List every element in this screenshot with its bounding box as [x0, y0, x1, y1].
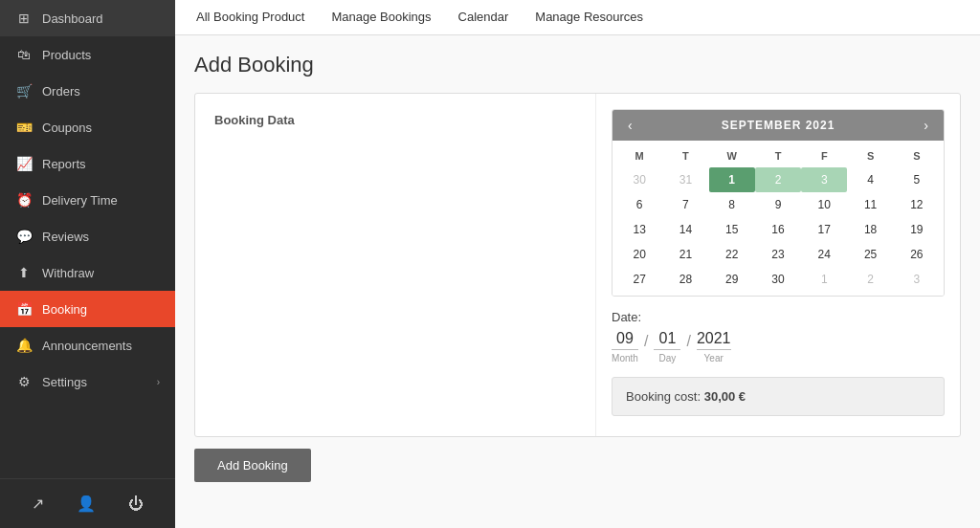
calendar-day[interactable]: 14	[662, 217, 708, 242]
calendar-day[interactable]: 17	[801, 217, 847, 242]
calendar-day[interactable]: 11	[847, 192, 893, 217]
tab-manage-bookings[interactable]: Manage Bookings	[318, 0, 444, 35]
day-header-tue: T	[662, 144, 708, 167]
calendar-day[interactable]: 3	[801, 167, 847, 192]
calendar-day[interactable]: 23	[755, 242, 801, 267]
date-month-label: Month	[612, 353, 638, 363]
chevron-right-icon: ›	[157, 377, 160, 387]
date-month-value: 09	[612, 330, 638, 350]
date-sep-1: /	[642, 333, 650, 350]
calendar-day[interactable]: 5	[894, 167, 940, 192]
calendar-header: ‹ SEPTEMBER 2021 ›	[612, 110, 944, 141]
booking-cost-bar: Booking cost: 30,00 €	[612, 377, 945, 416]
calendar-day[interactable]: 8	[709, 192, 755, 217]
calendar-day[interactable]: 30	[616, 167, 662, 192]
date-section: Date: 09 Month / 01 Day / 2021	[612, 310, 945, 363]
day-header-fri: F	[801, 144, 847, 167]
date-year-label: Year	[704, 353, 724, 363]
calendar-month-year: SEPTEMBER 2021	[722, 119, 835, 132]
sidebar-item-coupons[interactable]: 🎫 Coupons	[0, 109, 175, 145]
sidebar-item-products[interactable]: 🛍 Products	[0, 36, 175, 73]
date-day-part: 01 Day	[654, 330, 680, 363]
power-icon[interactable]: ⏻	[121, 492, 151, 517]
calendar-day[interactable]: 10	[801, 192, 847, 217]
booking-icon: 📅	[15, 301, 33, 317]
date-year-part: 2021 Year	[697, 330, 731, 363]
date-day-value: 01	[654, 330, 680, 350]
day-header-wed: W	[709, 144, 755, 167]
sidebar-item-orders[interactable]: 🛒 Orders	[0, 73, 175, 109]
calendar-day[interactable]: 1	[709, 167, 755, 192]
calendar-day[interactable]: 27	[616, 267, 662, 292]
calendar-day[interactable]: 4	[847, 167, 893, 192]
date-day-label: Day	[659, 353, 677, 363]
calendar-day[interactable]: 30	[755, 267, 801, 292]
calendar-prev-button[interactable]: ‹	[624, 118, 636, 133]
calendar-day[interactable]: 28	[662, 267, 708, 292]
tab-calendar[interactable]: Calendar	[445, 0, 523, 35]
tab-all-booking-product[interactable]: All Booking Product	[183, 0, 318, 35]
date-month-part: 09 Month	[612, 330, 638, 363]
calendar-day[interactable]: 15	[709, 217, 755, 242]
booking-cost-value: 30,00 €	[704, 389, 746, 404]
calendar-day[interactable]: 29	[709, 267, 755, 292]
calendar-next-button[interactable]: ›	[920, 118, 932, 133]
top-tabs: All Booking Product Manage Bookings Cale…	[175, 0, 980, 35]
sidebar-item-delivery-time[interactable]: ⏰ Delivery Time	[0, 182, 175, 218]
sidebar-item-label: Products	[42, 48, 160, 62]
main-content: All Booking Product Manage Bookings Cale…	[175, 0, 980, 528]
sidebar: ⊞ Dashboard 🛍 Products 🛒 Orders 🎫 Coupon…	[0, 0, 175, 528]
sidebar-item-label: Dashboard	[42, 11, 160, 26]
date-inputs: 09 Month / 01 Day / 2021 Year	[612, 330, 945, 363]
sidebar-item-withdraw[interactable]: ⬆ Withdraw	[0, 254, 175, 291]
booking-actions: Add Booking	[194, 449, 961, 482]
page-content: Add Booking Booking Data ‹ SEPTEMBER 202…	[175, 35, 980, 528]
calendar-day[interactable]: 22	[709, 242, 755, 267]
calendar-day[interactable]: 21	[662, 242, 708, 267]
date-year-value: 2021	[697, 330, 731, 350]
sidebar-item-dashboard[interactable]: ⊞ Dashboard	[0, 0, 175, 36]
date-sep-2: /	[684, 333, 692, 350]
coupons-icon: 🎫	[15, 120, 33, 135]
sidebar-item-settings[interactable]: ⚙ Settings ›	[0, 363, 175, 400]
page-title: Add Booking	[194, 53, 961, 77]
calendar-row-3: 20212223242526	[616, 242, 940, 267]
calendar-day[interactable]: 24	[801, 242, 847, 267]
sidebar-item-label: Booking	[42, 302, 160, 317]
external-link-icon[interactable]: ↗	[24, 491, 52, 517]
add-booking-button[interactable]: Add Booking	[194, 449, 311, 482]
calendar-day-headers: M T W T F S S	[616, 144, 940, 167]
reviews-icon: 💬	[15, 229, 33, 244]
user-icon[interactable]: 👤	[69, 491, 103, 517]
products-icon: 🛍	[15, 47, 33, 62]
calendar-day[interactable]: 2	[755, 167, 801, 192]
orders-icon: 🛒	[15, 83, 33, 99]
calendar-day[interactable]: 31	[662, 167, 708, 192]
calendar-day[interactable]: 26	[894, 242, 940, 267]
calendar-day[interactable]: 9	[755, 192, 801, 217]
tab-manage-resources[interactable]: Manage Resources	[522, 0, 657, 35]
calendar-day[interactable]: 7	[662, 192, 708, 217]
calendar-day[interactable]: 25	[847, 242, 893, 267]
calendar-day[interactable]: 6	[616, 192, 662, 217]
calendar-grid: M T W T F S S 30311234567891011121314151…	[612, 141, 944, 296]
sidebar-footer: ↗ 👤 ⏻	[0, 478, 175, 528]
calendar-day[interactable]: 1	[801, 267, 847, 292]
sidebar-item-label: Settings	[42, 375, 147, 389]
settings-icon: ⚙	[15, 374, 33, 389]
calendar-day[interactable]: 20	[616, 242, 662, 267]
calendar-day[interactable]: 18	[847, 217, 893, 242]
calendar-day[interactable]: 3	[894, 267, 940, 292]
sidebar-item-announcements[interactable]: 🔔 Announcements	[0, 327, 175, 363]
calendar-day[interactable]: 19	[894, 217, 940, 242]
sidebar-item-reports[interactable]: 📈 Reports	[0, 145, 175, 182]
calendar-day[interactable]: 12	[894, 192, 940, 217]
day-header-sun: S	[894, 144, 940, 167]
calendar-day[interactable]: 2	[847, 267, 893, 292]
sidebar-item-booking[interactable]: 📅 Booking	[0, 291, 175, 327]
sidebar-item-reviews[interactable]: 💬 Reviews	[0, 218, 175, 254]
calendar-day[interactable]: 16	[755, 217, 801, 242]
calendar-day[interactable]: 13	[616, 217, 662, 242]
calendar: ‹ SEPTEMBER 2021 › M T W T F S S	[612, 109, 945, 297]
sidebar-item-label: Delivery Time	[42, 193, 160, 208]
